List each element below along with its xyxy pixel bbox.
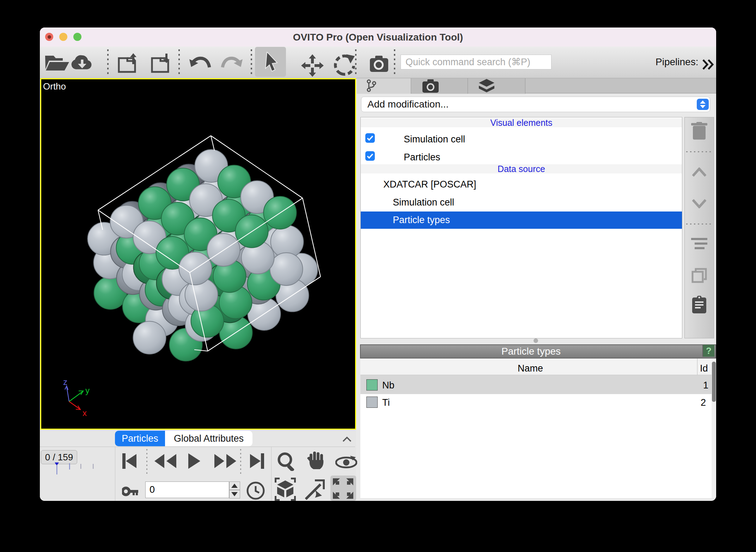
svg-text:Ortho: Ortho: [43, 81, 66, 92]
svg-text:z: z: [63, 377, 67, 387]
svg-text:y: y: [85, 386, 90, 395]
svg-text:x: x: [83, 408, 87, 418]
